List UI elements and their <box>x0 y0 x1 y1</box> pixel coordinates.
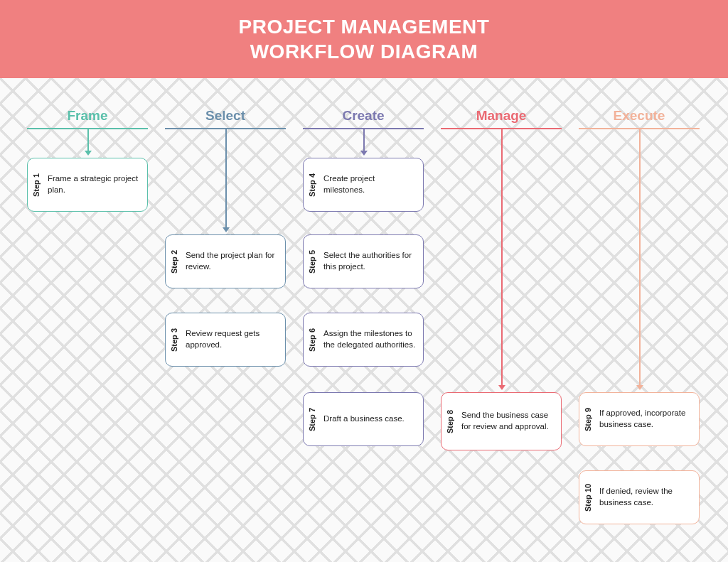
connector-execute <box>639 129 641 385</box>
title-line-2: WORKFLOW DIAGRAM <box>250 40 478 63</box>
column-label-manage: Manage <box>476 108 527 123</box>
step-text-9: If approved, incorporate business case. <box>596 393 699 445</box>
step-label-4: Step 4 <box>304 158 321 211</box>
column-header-select: Select <box>165 108 286 129</box>
step-label-9: Step 9 <box>579 393 596 445</box>
step-text-2: Send the project plan for review. <box>183 235 285 288</box>
step-box-6: Step 6 Assign the milestones to the dele… <box>303 313 424 367</box>
step-box-5: Step 5 Select the authorities for this p… <box>303 234 424 288</box>
arrow-select <box>223 227 230 232</box>
connector-frame <box>87 129 89 151</box>
step-box-10: Step 10 If denied, review the business c… <box>579 470 700 524</box>
step-label-1: Step 1 <box>28 158 45 211</box>
connector-manage <box>501 129 503 385</box>
column-header-manage: Manage <box>441 108 562 129</box>
step-box-7: Step 7 Draft a business case. <box>303 392 424 446</box>
step-text-3: Review request gets approved. <box>183 313 285 366</box>
arrow-execute <box>636 385 643 390</box>
step-label-3: Step 3 <box>166 313 183 366</box>
step-text-5: Select the authorities for this project. <box>321 235 423 288</box>
step-text-1: Frame a strategic project plan. <box>45 158 147 211</box>
step-label-8: Step 8 <box>441 393 459 450</box>
step-label-10: Step 10 <box>579 471 596 524</box>
workflow-diagram: Frame Select Create Manage Execute Step … <box>0 78 728 562</box>
column-label-select: Select <box>205 108 245 123</box>
column-label-create: Create <box>342 108 384 123</box>
page-title: PROJECT MANAGEMENT WORKFLOW DIAGRAM <box>239 14 490 64</box>
column-label-frame: Frame <box>67 108 107 123</box>
step-label-5: Step 5 <box>304 235 321 288</box>
column-header-create: Create <box>303 108 424 129</box>
step-label-7: Step 7 <box>304 393 321 445</box>
column-header-execute: Execute <box>579 108 700 129</box>
column-label-execute: Execute <box>614 108 665 123</box>
page-header: PROJECT MANAGEMENT WORKFLOW DIAGRAM <box>0 0 728 78</box>
step-box-3: Step 3 Review request gets approved. <box>165 313 286 367</box>
title-line-1: PROJECT MANAGEMENT <box>239 16 490 38</box>
connector-select <box>225 129 227 227</box>
column-header-frame: Frame <box>27 108 148 129</box>
step-label-2: Step 2 <box>166 235 183 288</box>
arrow-manage <box>498 385 505 390</box>
step-text-10: If denied, review the business case. <box>596 471 699 524</box>
step-text-8: Send the business case for review and ap… <box>459 393 561 450</box>
step-text-7: Draft a business case. <box>321 393 412 445</box>
step-box-2: Step 2 Send the project plan for review. <box>165 234 286 288</box>
arrow-frame <box>85 151 92 156</box>
step-text-6: Assign the milestones to the delegated a… <box>321 313 423 366</box>
step-box-1: Step 1 Frame a strategic project plan. <box>27 158 148 212</box>
connector-create <box>363 129 365 151</box>
step-box-8: Step 8 Send the business case for review… <box>441 392 562 450</box>
step-text-4: Create project milestones. <box>321 158 423 211</box>
arrow-create <box>360 151 368 156</box>
step-label-6: Step 6 <box>304 313 321 366</box>
step-box-4: Step 4 Create project milestones. <box>303 158 424 212</box>
step-box-9: Step 9 If approved, incorporate business… <box>579 392 700 446</box>
